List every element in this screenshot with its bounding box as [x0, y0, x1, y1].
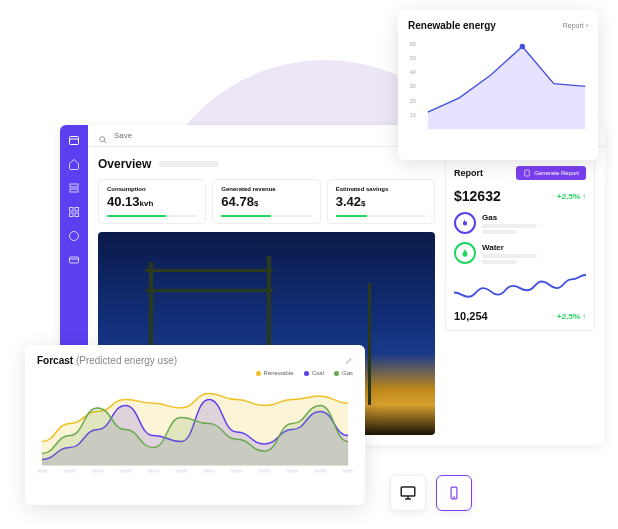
- svg-rect-24: [120, 469, 132, 472]
- report-title: Report: [454, 168, 483, 178]
- sidebar-item-calendar[interactable]: [67, 133, 81, 147]
- svg-rect-30: [286, 469, 298, 472]
- metric-revenue[interactable]: Generated revenue 64.78$: [212, 179, 320, 224]
- arrow-up-icon: ↑: [582, 192, 586, 201]
- svg-rect-4: [70, 208, 74, 212]
- svg-text:30: 30: [410, 83, 416, 89]
- forecast-card: Forcast (Predicted energy use) ⤢ Renewab…: [25, 345, 365, 505]
- report-change: +2.5% ↑: [557, 192, 586, 201]
- svg-rect-2: [70, 184, 78, 187]
- report-bottom-change: +2.5% ↑: [557, 312, 586, 321]
- search-icon: [98, 131, 108, 141]
- svg-point-8: [70, 232, 79, 241]
- svg-rect-23: [92, 469, 104, 472]
- flame-icon: [454, 212, 476, 234]
- metrics-row: Consumption 40.13kvh Generated revenue 6…: [98, 179, 435, 224]
- metric-savings[interactable]: Estimated savings 3.42$: [327, 179, 435, 224]
- sidebar-item-grid[interactable]: [67, 205, 81, 219]
- placeholder-bar: [159, 161, 219, 167]
- svg-rect-25: [147, 469, 159, 472]
- svg-text:50: 50: [410, 55, 416, 61]
- svg-rect-5: [75, 208, 79, 212]
- progress-fill: [221, 215, 271, 217]
- forecast-title: Forcast (Predicted energy use): [37, 355, 177, 366]
- resource-name: Gas: [482, 213, 586, 222]
- sidebar-item-layers[interactable]: [67, 181, 81, 195]
- progress-fill: [336, 215, 368, 217]
- svg-rect-28: [231, 469, 243, 472]
- svg-rect-0: [70, 137, 79, 145]
- svg-rect-31: [314, 469, 326, 472]
- generate-report-button[interactable]: Generate Report: [516, 166, 586, 180]
- svg-rect-3: [70, 189, 78, 192]
- svg-text:10: 10: [410, 112, 416, 118]
- report-panel: Report Generate Report $12632 +2.5% ↑: [445, 157, 595, 331]
- sidebar-item-home[interactable]: [67, 157, 81, 171]
- resource-name: Water: [482, 243, 586, 252]
- svg-rect-9: [70, 257, 79, 263]
- svg-rect-13: [525, 170, 530, 176]
- resource-gas[interactable]: Gas: [454, 212, 586, 234]
- svg-rect-21: [37, 469, 48, 472]
- report-sparkline: [454, 272, 586, 302]
- placeholder-bar: [482, 230, 517, 234]
- overview-title: Overview: [98, 157, 151, 171]
- renewable-chart: 102030405060: [408, 31, 588, 141]
- renewable-title: Renewable energy: [408, 20, 496, 31]
- metric-label: Consumption: [107, 186, 197, 192]
- progress-fill: [107, 215, 166, 217]
- overview-header: Overview: [98, 157, 435, 171]
- report-bottom-value: 10,254: [454, 310, 488, 322]
- svg-rect-6: [70, 213, 74, 217]
- metric-consumption[interactable]: Consumption 40.13kvh: [98, 179, 206, 224]
- svg-line-12: [104, 140, 107, 143]
- placeholder-bar: [482, 260, 517, 264]
- svg-text:60: 60: [410, 41, 416, 47]
- svg-rect-33: [401, 487, 415, 496]
- metric-value: 64.78$: [221, 194, 311, 209]
- svg-rect-26: [175, 469, 187, 472]
- arrow-up-icon: ↑: [582, 312, 586, 321]
- metric-value: 3.42$: [336, 194, 426, 209]
- svg-rect-32: [342, 469, 353, 472]
- desktop-device-button[interactable]: [390, 475, 426, 511]
- forecast-chart: [37, 376, 353, 481]
- document-icon: [523, 169, 531, 177]
- svg-point-20: [520, 44, 525, 49]
- metric-value: 40.13kvh: [107, 194, 197, 209]
- svg-rect-7: [75, 213, 79, 217]
- svg-rect-22: [64, 469, 76, 472]
- mobile-device-button[interactable]: [436, 475, 472, 511]
- placeholder-bar: [482, 254, 537, 258]
- sidebar-item-card[interactable]: [67, 253, 81, 267]
- svg-text:20: 20: [410, 98, 416, 104]
- placeholder-bar: [482, 224, 537, 228]
- expand-icon[interactable]: ⤢: [345, 356, 353, 366]
- renewable-energy-card: Renewable energy Report › 102030405060: [398, 10, 598, 160]
- svg-rect-27: [203, 469, 215, 472]
- svg-text:40: 40: [410, 69, 416, 75]
- svg-rect-29: [259, 469, 271, 472]
- resource-water[interactable]: Water: [454, 242, 586, 264]
- report-amount: $12632: [454, 188, 501, 204]
- sidebar-item-browser[interactable]: [67, 229, 81, 243]
- device-switcher: [390, 475, 472, 511]
- droplet-icon: [454, 242, 476, 264]
- monitor-icon: [399, 484, 417, 502]
- metric-label: Estimated savings: [336, 186, 426, 192]
- renewable-report-link[interactable]: Report ›: [563, 22, 588, 29]
- metric-label: Generated revenue: [221, 186, 311, 192]
- mobile-icon: [447, 484, 461, 502]
